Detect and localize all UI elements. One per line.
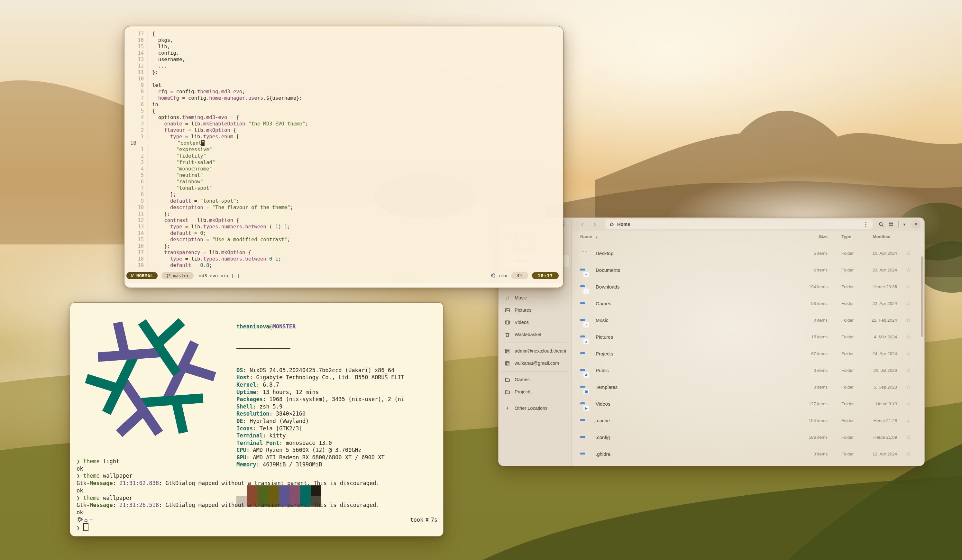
file-row[interactable]: ♪ Music 0 items Folder 22. Feb 2024 ☆ [572, 311, 924, 328]
file-size: 15 items [786, 334, 828, 339]
file-row[interactable]: Projects 67 items Folder 24. Apr 2024 ☆ [572, 345, 924, 362]
file-row[interactable]: ▴ Pictures 15 items Folder 4. Mär 2024 ☆ [572, 328, 924, 345]
sidebar-item-pictures[interactable]: Pictures [501, 304, 569, 316]
file-size: 3 items [786, 452, 828, 457]
file-row[interactable]: ▣ Templates 3 items Folder 5. Sep 2023 ☆ [572, 379, 924, 395]
prompt-input-line[interactable]: ❯ [77, 523, 437, 532]
fetch-value: : NixOS 24.05.20240425.7bb2ccd (Uakari) … [243, 367, 394, 373]
sidebar-item-music[interactable]: ♫Music [501, 292, 569, 304]
star-icon[interactable]: ☆ [897, 434, 920, 441]
line-number: 10 [129, 76, 148, 82]
plus-icon: + [504, 405, 510, 411]
fetch-value: : 6.8.7 [256, 381, 279, 388]
git-branch-badge[interactable]: master [161, 272, 194, 279]
view-options-caret-icon[interactable]: ▾ [903, 222, 906, 227]
code-text: username, [148, 56, 185, 63]
sidebar-item-label: Projects [515, 389, 531, 394]
file-row[interactable]: Games 53 items Folder 22. Apr 2024 ☆ [572, 295, 924, 311]
terminal-line: Gtk-Message: 21:31:26.518: GtkDialog map… [77, 502, 437, 509]
terminal-line: ❯ theme wallpaper [77, 472, 437, 479]
code-text: contrast = lib.mkOption { [148, 217, 239, 224]
emblem-pictures-icon: ▴ [583, 339, 589, 344]
code-line: 8 ]; [129, 191, 560, 198]
file-row[interactable]: ≡ Documents 5 items Folder 23. Apr 2024 … [572, 261, 924, 278]
code-line: 18 "content" [129, 140, 560, 146]
sidebar-item-admin-nextcloud-theanin-[interactable]: admin@nextcloud.theanin… [501, 345, 569, 357]
file-modified: 22. Apr 2024 [866, 301, 897, 306]
terminal-scrollback: ❯ theme lightok❯ theme wallpaperGtk-Mess… [77, 458, 437, 532]
terminal-line: ok [77, 487, 437, 494]
line-number: 19 [129, 262, 148, 269]
sidebar-item-games[interactable]: Games [501, 373, 569, 386]
code-text: in [148, 101, 158, 108]
file-type: Folder [828, 251, 866, 256]
column-name[interactable]: Name▲ [580, 234, 786, 239]
file-name: Desktop [596, 250, 786, 256]
files-content: ‹ › Home ⋮ ▾ × Name▲ Size [572, 218, 924, 466]
file-modified: Heute 21:28 [866, 418, 897, 423]
star-icon[interactable]: ☆ [897, 300, 920, 307]
fetch-value: : zsh 5.9 [253, 403, 282, 410]
sidebar-item-wulkanat-gmail-com[interactable]: wulkanat@gmail.com [501, 357, 569, 369]
line-number: 5 [129, 172, 148, 179]
close-button[interactable]: × [911, 220, 920, 229]
code-text: ]; [148, 191, 176, 198]
sidebar-item-other-locations[interactable]: +Other Locations [501, 402, 569, 414]
file-name: Documents [596, 267, 786, 273]
file-size: 0 items [786, 318, 828, 323]
file-row[interactable]: Desktop 5 items Folder 10. Apr 2024 ☆ [572, 245, 924, 261]
back-button[interactable]: ‹ [578, 220, 587, 229]
code-text: { [148, 31, 155, 37]
star-icon[interactable]: ☆ [897, 250, 920, 257]
line-number: 8 [129, 89, 148, 95]
line-number: 2 [129, 153, 148, 159]
file-row[interactable]: .config 186 items Folder Heute 21:09 ☆ [572, 429, 924, 445]
file-name: .ghidra [596, 451, 786, 457]
code-editor[interactable]: 17{16 pkgs,15 lib,14 config,13 username,… [129, 31, 560, 269]
terminal-line: ❯ theme light [77, 458, 437, 465]
star-icon[interactable]: ☆ [897, 317, 920, 324]
star-icon[interactable]: ☆ [897, 283, 920, 290]
column-modified[interactable]: Modified [866, 234, 897, 239]
file-modified: Heute 20:36 [866, 284, 897, 289]
line-number: 5 [129, 108, 148, 114]
file-row[interactable]: ♟ Public 0 items Folder 20. Jul 2023 ☆ [572, 362, 924, 379]
fetch-value: : 1968 (nix-system), 3435 (nix-user), 2 … [263, 396, 404, 402]
star-icon[interactable]: ☆ [897, 267, 920, 273]
sidebar-item-wastebasket[interactable]: Wastebasket [501, 328, 569, 341]
fetch-info-line: Packages: 1968 (nix-system), 3435 (nix-u… [236, 395, 404, 403]
line-number: 17 [129, 31, 148, 37]
file-name: Pictures [596, 334, 786, 340]
column-size[interactable]: Size [786, 234, 828, 239]
file-row[interactable]: .cache 154 items Folder Heute 21:28 ☆ [572, 412, 924, 429]
search-icon[interactable] [878, 222, 884, 227]
sidebar-item-projects[interactable]: Projects [501, 386, 569, 398]
star-icon[interactable]: ☆ [897, 400, 920, 407]
forward-button[interactable]: › [590, 220, 599, 229]
file-type: Folder [828, 318, 866, 323]
line-number: 7 [129, 95, 148, 101]
column-type[interactable]: Type [828, 234, 866, 239]
file-row[interactable]: ↓ Downloads 194 items Folder Heute 20:36… [572, 278, 924, 295]
star-icon[interactable]: ☆ [897, 451, 920, 457]
breadcrumb[interactable]: Home ⋮ [605, 219, 873, 229]
file-row[interactable]: ▶ Videos 127 items Folder Heute 9:13 ☆ [572, 395, 924, 412]
fetch-label: Host [236, 374, 250, 381]
star-icon[interactable]: ☆ [897, 350, 920, 357]
fetch-title: theaninova@MONSTER [236, 323, 404, 330]
star-icon[interactable]: ☆ [897, 417, 920, 424]
grid-view-icon[interactable] [888, 222, 894, 227]
prompt-line: ⌂~took⧗7s [77, 516, 437, 524]
star-icon[interactable]: ☆ [897, 384, 920, 391]
sidebar-item-videos[interactable]: Videos [501, 316, 569, 328]
code-text: "tonal-spot" [148, 185, 212, 191]
fetch-info-line: CPU: AMD Ryzen 5 5600X (12) @ 3.700GHz [236, 447, 404, 454]
star-icon[interactable]: ☆ [897, 334, 920, 340]
file-name: Games [596, 301, 786, 306]
terminal-window[interactable]: theaninova@MONSTER ────────────────── OS… [70, 302, 444, 536]
location-menu-icon[interactable]: ⋮ [863, 221, 869, 228]
star-icon[interactable]: ☆ [897, 367, 920, 374]
scrollbar[interactable] [921, 257, 923, 337]
code-line: 15 description = "Use a modified contras… [129, 236, 560, 243]
file-row[interactable]: .ghidra 3 items Folder 12. Apr 2024 ☆ [572, 445, 924, 462]
